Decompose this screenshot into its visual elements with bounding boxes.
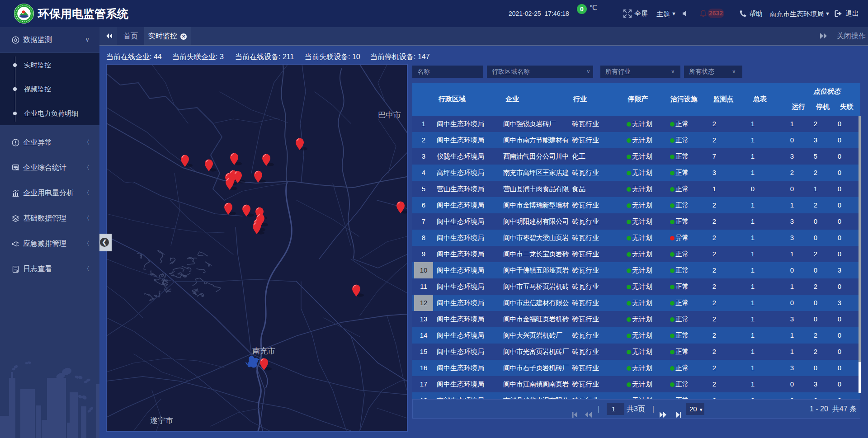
svg-text:巴中市: 巴中市	[378, 111, 401, 119]
svg-text:南充市: 南充市	[252, 347, 275, 355]
svg-text:遂宁市: 遂宁市	[150, 416, 173, 425]
